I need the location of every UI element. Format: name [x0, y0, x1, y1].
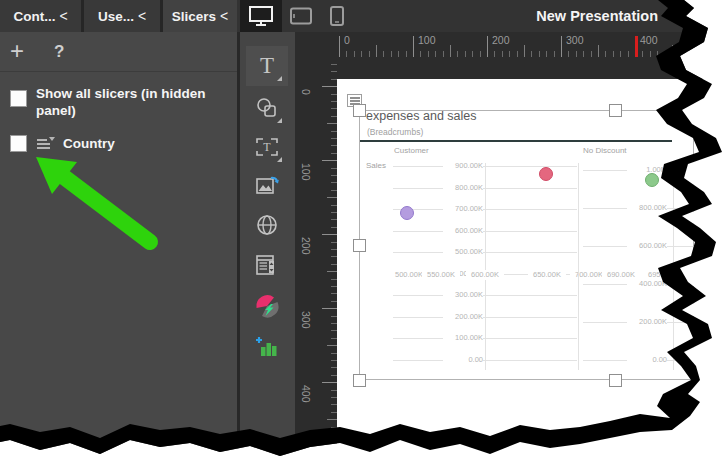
chevron-left-icon: <: [220, 8, 228, 24]
tab-content[interactable]: Cont... <: [0, 0, 81, 32]
svg-text:T: T: [263, 140, 271, 154]
resize-handle-top[interactable]: [609, 104, 622, 117]
vertical-ruler: 0100200300400: [295, 57, 337, 468]
ruler-minor-tick: [694, 51, 695, 57]
chart-title: expenses and sales: [366, 109, 477, 123]
panel-header-customer: Customer: [394, 146, 429, 155]
v-ruler-label: 0: [300, 89, 312, 95]
ruler-major-tick: [413, 36, 414, 57]
ruler-minor-tick: [420, 51, 421, 57]
country-label: Country: [63, 136, 115, 153]
ruler-minor-tick: [457, 51, 458, 57]
ruler-minor-tick: [443, 51, 444, 57]
dropdown-corner-icon: [277, 76, 282, 81]
ruler-major-tick: [322, 160, 337, 161]
ruler-minor-tick: [509, 51, 510, 57]
y-axis-tick-label: 0.00: [627, 355, 667, 365]
horizontal-ruler: 0100200300400: [295, 32, 724, 58]
ruler-minor-tick: [546, 51, 547, 57]
ruler-minor-tick: [539, 51, 540, 57]
tab-user[interactable]: Use... <: [84, 0, 160, 32]
scatter-point: [400, 206, 414, 220]
show-all-slicers-checkbox[interactable]: [10, 90, 27, 107]
ruler-major-tick: [487, 36, 488, 57]
table-tool-icon: [254, 252, 280, 278]
h-ruler-label: 200: [492, 34, 510, 46]
ruler-mid-tick: [598, 45, 599, 57]
x-axis-tick-label: 695.00K: [643, 270, 681, 280]
ruler-minor-tick: [369, 51, 370, 57]
ruler-minor-tick: [517, 51, 518, 57]
ruler-minor-tick: [583, 51, 584, 57]
y-axis-tick-label: 700.00K: [443, 204, 483, 214]
y-axis-tick-label: 0.00: [443, 355, 483, 365]
tab-user-label: Use...: [98, 9, 134, 24]
y-axis-tick-label: 600.00K: [443, 226, 483, 236]
ruler-minor-tick: [465, 51, 466, 57]
phone-preview-button[interactable]: [321, 0, 353, 32]
option-row-country: Country: [0, 135, 237, 155]
ruler-minor-tick: [657, 51, 658, 57]
dropdown-corner-icon: [277, 118, 282, 123]
y-axis-tick-label: 200.00K: [443, 312, 483, 322]
y-axis-tick-label: 800.00K: [443, 183, 483, 193]
resize-handle-bottom[interactable]: [609, 374, 622, 387]
slicers-panel: Cont... < Use... < Slicers < + ? Show al…: [0, 0, 237, 468]
table-tool-button[interactable]: [246, 245, 288, 285]
country-checkbox[interactable]: [10, 135, 27, 152]
tab-slicers-label: Slicers: [172, 9, 216, 24]
text-box-tool-button[interactable]: T: [246, 127, 288, 167]
help-button[interactable]: ?: [54, 40, 64, 64]
y-axis-tick-label: 500.00K: [443, 247, 483, 257]
ruler-major-tick: [322, 86, 337, 87]
ruler-mid-tick: [376, 45, 377, 57]
h-ruler-label: 300: [566, 34, 584, 46]
image-tool-button[interactable]: [246, 166, 288, 206]
ruler-minor-tick: [628, 51, 629, 57]
tab-content-label: Cont...: [13, 9, 55, 24]
dropdown-corner-icon: [277, 157, 282, 162]
toolbox: T T: [240, 32, 295, 468]
ruler-minor-tick: [679, 51, 680, 57]
ruler-minor-tick: [568, 51, 569, 57]
ruler-minor-tick: [709, 51, 710, 57]
resize-handle-bottom-left[interactable]: [353, 374, 366, 387]
tab-slicers[interactable]: Slicers <: [163, 0, 237, 32]
slicers-toolbar: + ?: [0, 32, 237, 72]
web-content-tool-button[interactable]: [246, 205, 288, 245]
tablet-preview-button[interactable]: [283, 0, 319, 32]
chevron-left-icon: <: [59, 8, 67, 24]
ruler-minor-tick: [391, 51, 392, 57]
chart-gridline-vertical: [673, 163, 674, 370]
bar-chart-tool-button[interactable]: [246, 327, 288, 367]
y-axis-tick-label: 800.00K: [627, 203, 667, 213]
resize-handle-top-left[interactable]: [353, 104, 366, 117]
panel-header-no-discount: No Discount: [583, 146, 627, 155]
shape-tool-button[interactable]: [246, 88, 288, 128]
resize-handle-left[interactable]: [353, 239, 366, 252]
design-canvas[interactable]: expenses and sales (Breadcrumbs) Custome…: [337, 79, 724, 468]
dashboard-designer-window: { "sidebar": { "tabs": [ {"label": "Cont…: [0, 0, 724, 468]
bar-chart-tool-icon: [254, 334, 280, 360]
desktop-preview-button[interactable]: [240, 0, 282, 32]
ruler-mid-tick: [327, 419, 337, 420]
ruler-mid-tick: [327, 345, 337, 346]
ruler-minor-tick: [346, 51, 347, 57]
ruler-minor-tick: [650, 51, 651, 57]
add-slicer-button[interactable]: +: [10, 35, 24, 67]
sidebar-tabbar: Cont... < Use... < Slicers <: [0, 0, 237, 32]
v-ruler-label: 200: [300, 237, 312, 255]
image-tool-icon: [254, 173, 280, 199]
y-axis-tick-label: 600.00K: [627, 241, 667, 251]
x-axis-tick-label: 650.00K: [528, 270, 566, 280]
topbar: New Presentation: [237, 0, 724, 32]
ruler-minor-tick: [687, 51, 688, 57]
text-tool-button[interactable]: T: [246, 46, 288, 86]
ruler-major-tick: [561, 36, 562, 57]
pie-chart-tool-button[interactable]: [246, 286, 288, 326]
text-tool-icon: T: [260, 55, 274, 77]
ruler-major-tick: [322, 382, 337, 383]
ruler-cursor-marker: [635, 36, 638, 57]
web-content-tool-icon: [254, 212, 280, 238]
v-ruler-label: 300: [300, 311, 312, 329]
